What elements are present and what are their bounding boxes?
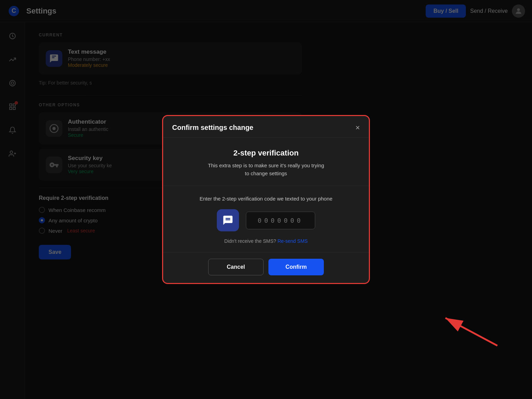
sms-label: Enter the 2-step verification code we te… xyxy=(172,196,360,202)
modal-step-desc: This extra step is to make sure it's rea… xyxy=(172,162,360,177)
svg-line-16 xyxy=(445,318,497,346)
arrow-annotation xyxy=(425,308,501,351)
modal-title: Confirm settings change xyxy=(172,124,253,132)
modal-header: Confirm settings change × xyxy=(163,116,369,138)
modal-step-title: 2-step verification xyxy=(172,149,360,158)
confirm-button[interactable]: Confirm xyxy=(268,259,324,275)
confirm-modal: Confirm settings change × 2-step verific… xyxy=(162,115,370,284)
sms-icon xyxy=(217,209,239,231)
resend-row: Didn't receive the SMS? Re-send SMS xyxy=(172,238,360,244)
arrow-svg xyxy=(425,308,501,349)
code-entry-row xyxy=(172,209,360,231)
resend-sms-link[interactable]: Re-send SMS xyxy=(277,238,308,244)
modal-footer: Cancel Confirm xyxy=(163,252,369,283)
modal-body-top: 2-step verification This extra step is t… xyxy=(163,138,369,186)
verification-code-input[interactable] xyxy=(246,212,315,229)
modal-close-button[interactable]: × xyxy=(355,124,360,132)
cancel-button[interactable]: Cancel xyxy=(208,259,264,275)
modal-body-bottom: Enter the 2-step verification code we te… xyxy=(163,186,369,252)
resend-text: Didn't receive the SMS? xyxy=(224,238,276,244)
